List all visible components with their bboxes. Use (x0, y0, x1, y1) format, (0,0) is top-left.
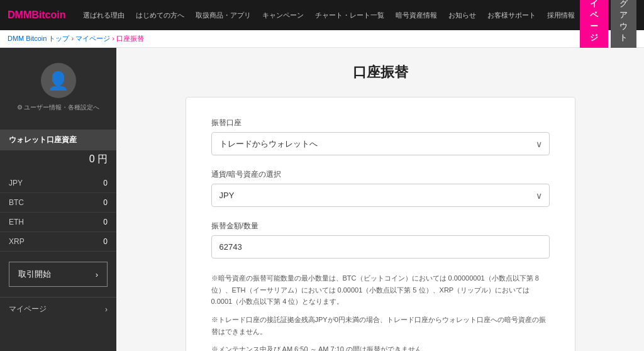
page-title: 口座振替 (136, 63, 624, 82)
sidebar-mypage-arrow: › (105, 305, 108, 314)
nav-menu: 選ばれる理由 はじめての方へ 取扱商品・アプリ キャンペーン チャート・レート一… (78, 7, 580, 24)
logout-button[interactable]: ログアウト (611, 0, 636, 48)
logo-suffix: Bitcoin (31, 9, 65, 20)
nav-item-2[interactable]: 取扱商品・アプリ (191, 7, 256, 24)
currency-group: 通貨/暗号資産の選択 JPY BTC ETH XRP (211, 169, 550, 207)
currency-select[interactable]: JPY BTC ETH XRP (211, 184, 550, 207)
asset-xrp-value: 0 (103, 237, 108, 246)
asset-btc-value: 0 (103, 198, 108, 207)
top-bar: DMMBitcoin 選ばれる理由 はじめての方へ 取扱商品・アプリ キャンペー… (0, 0, 644, 30)
transfer-account-label: 振替口座 (211, 118, 550, 128)
breadcrumb-top[interactable]: DMM Bitcoin トップ (8, 35, 69, 42)
sidebar: 👤 ⚙ ユーザー情報・各種設定へ ウォレット口座資産 0 円 JPY 0 BTC… (0, 48, 116, 351)
asset-xrp: XRP 0 (0, 232, 116, 252)
currency-select-wrapper: JPY BTC ETH XRP (211, 184, 550, 207)
wallet-balance-amount: 0 円 (89, 153, 108, 164)
trade-btn-arrow: › (96, 270, 98, 279)
main-layout: 👤 ⚙ ユーザー情報・各種設定へ ウォレット口座資産 0 円 JPY 0 BTC… (0, 48, 644, 351)
sidebar-mypage-link[interactable]: マイページ › (0, 297, 116, 321)
wallet-section-title: ウォレット口座資産 (0, 130, 116, 150)
asset-eth-label: ETH (9, 218, 24, 226)
transfer-account-group: 振替口座 トレードからウォレットへ (211, 118, 550, 155)
wallet-balance: 0 円 (0, 150, 116, 174)
currency-label: 通貨/暗号資産の選択 (211, 169, 550, 180)
asset-eth-value: 0 (103, 218, 108, 226)
note-1: ※トレード口座の接託証拠金残高JPYが0円未満の場合、トレード口座からウォレット… (211, 314, 550, 337)
trade-start-button[interactable]: 取引開始 › (9, 262, 108, 287)
notes-section: ※暗号資産の振替可能数量の最小数量は、BTC（ビットコイン）においては 0.00… (211, 272, 550, 351)
logo-prefix: DMM (8, 9, 31, 20)
user-icon: 👤 (47, 70, 69, 91)
user-settings-link[interactable]: ⚙ ユーザー情報・各種設定へ (17, 103, 100, 112)
transfer-account-select-wrapper: トレードからウォレットへ (211, 132, 550, 155)
avatar: 👤 (41, 63, 76, 98)
asset-jpy-label: JPY (9, 179, 23, 187)
trade-btn-wrapper: 取引開始 › (9, 262, 108, 287)
trade-btn-label: 取引開始 (18, 269, 51, 280)
asset-xrp-label: XRP (9, 237, 25, 246)
mypage-button[interactable]: マイページ (580, 0, 608, 48)
nav-item-3[interactable]: キャンペーン (257, 7, 309, 24)
amount-label: 振替金額/数量 (211, 221, 550, 231)
asset-eth: ETH 0 (0, 213, 116, 232)
nav-item-5[interactable]: 暗号資産情報 (391, 7, 442, 24)
note-2: ※メンテナンス中及び AM 6:50 ～ AM 7:10 の間は振替ができません… (211, 343, 550, 351)
sidebar-mypage-label: マイページ (9, 304, 47, 315)
content-area: 口座振替 振替口座 トレードからウォレットへ 通貨/暗号資産の選択 JPY (116, 48, 644, 351)
amount-group: 振替金額/数量 (211, 221, 550, 259)
nav-item-6[interactable]: お知らせ (443, 7, 481, 24)
asset-btc-label: BTC (9, 198, 24, 207)
form-card: 振替口座 トレードからウォレットへ 通貨/暗号資産の選択 JPY BTC ETH (186, 97, 575, 351)
note-0: ※暗号資産の振替可能数量の最小数量は、BTC（ビットコイン）においては 0.00… (211, 272, 550, 308)
avatar-section: 👤 ⚙ ユーザー情報・各種設定へ (0, 48, 116, 120)
nav-item-8[interactable]: 採用情報 (542, 7, 580, 24)
nav-item-0[interactable]: 選ばれる理由 (78, 7, 130, 24)
breadcrumb-current: 口座振替 (116, 35, 144, 42)
nav-item-7[interactable]: お客様サポート (482, 7, 541, 24)
breadcrumb: DMM Bitcoin トップ › マイページ › 口座振替 (0, 30, 644, 48)
asset-btc: BTC 0 (0, 193, 116, 213)
amount-input[interactable] (211, 235, 550, 259)
nav-item-1[interactable]: はじめての方へ (131, 7, 189, 24)
top-bar-right: マイページ ログアウト (580, 0, 636, 48)
nav-item-4[interactable]: チャート・レート一覧 (310, 7, 389, 24)
asset-jpy: JPY 0 (0, 174, 116, 193)
asset-jpy-value: 0 (103, 179, 108, 187)
transfer-account-select[interactable]: トレードからウォレットへ (211, 132, 550, 155)
logo: DMMBitcoin (8, 9, 65, 21)
breadcrumb-mypage[interactable]: マイページ (75, 35, 110, 42)
